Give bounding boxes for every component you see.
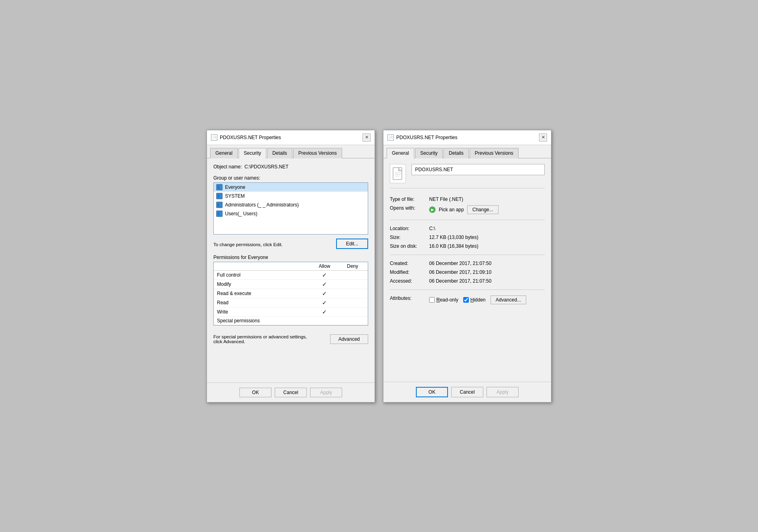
perm-col-allow: Allow	[308, 263, 340, 269]
app-icon: ▶	[429, 206, 436, 213]
user-icon-users: 👥	[216, 210, 223, 217]
file-info-section	[390, 164, 545, 188]
dialog-security: 📄 PDOXUSRS.NET Properties ✕ General Secu…	[207, 130, 375, 403]
file-name-input[interactable]	[411, 164, 545, 175]
perm-col-name	[217, 263, 308, 269]
apply-button-security[interactable]: Apply	[310, 388, 342, 397]
dialog-icon: 📄	[211, 134, 217, 141]
close-button[interactable]: ✕	[363, 134, 371, 142]
created-label: Created:	[390, 261, 426, 266]
title-bar-security: 📄 PDOXUSRS.NET Properties ✕	[207, 130, 375, 145]
attributes-row: Attributes: Read-only Hidden Advanced...	[390, 295, 545, 304]
permissions-label: Permissions for Everyone	[213, 255, 368, 260]
object-name-value: C:\PDOXUSRS.NET	[244, 164, 288, 170]
group-section: Group or user names: 👥 Everyone 👥 SYSTEM…	[213, 175, 368, 235]
user-icon-system: 👥	[216, 193, 223, 199]
modified-label: Modified:	[390, 269, 426, 275]
advanced-row: For special permissions or advanced sett…	[213, 332, 368, 344]
separator-1	[390, 220, 545, 220]
dialog-general: 📄 PDOXUSRS.NET Properties ✕ General Secu…	[383, 130, 551, 403]
ok-button-security[interactable]: OK	[239, 388, 272, 397]
apply-button-general[interactable]: Apply	[486, 387, 519, 397]
opens-label: Opens with:	[390, 205, 426, 211]
tab2-details[interactable]: Details	[444, 148, 469, 158]
cancel-button-general[interactable]: Cancel	[451, 387, 483, 397]
title-bar-left: 📄 PDOXUSRS.NET Properties	[211, 134, 281, 141]
title-bar-left-general: 📄 PDOXUSRS.NET Properties	[387, 134, 458, 141]
bottom-buttons-security: OK Cancel Apply	[207, 382, 375, 402]
perm-write: Write ✓	[214, 307, 368, 317]
perm-modify: Modify ✓	[214, 280, 368, 289]
readonly-checkbox-label[interactable]: Read-only	[429, 297, 458, 303]
close-button-2[interactable]: ✕	[539, 134, 547, 142]
hidden-checkbox-label[interactable]: Hidden	[463, 297, 486, 303]
attributes-label: Attributes:	[390, 295, 426, 301]
tab-security[interactable]: Security	[239, 148, 266, 158]
list-item-users[interactable]: 👥 Users(_ Users)	[214, 209, 368, 218]
location-label: Location:	[390, 226, 426, 231]
size-disk-value: 16.0 KB (16,384 bytes)	[429, 243, 545, 249]
readonly-checkbox[interactable]	[429, 297, 435, 303]
list-item-system[interactable]: 👥 SYSTEM	[214, 192, 368, 200]
tab-previous-versions[interactable]: Previous Versions	[293, 148, 342, 158]
dialog-title: PDOXUSRS.NET Properties	[220, 135, 281, 140]
opens-row: Opens with: ▶ Pick an app Change...	[390, 205, 545, 214]
perm-read: Read ✓	[214, 298, 368, 307]
size-disk-row: Size on disk: 16.0 KB (16,384 bytes)	[390, 243, 545, 249]
hidden-checkbox[interactable]	[463, 297, 469, 303]
ok-button-general[interactable]: OK	[416, 387, 448, 397]
accessed-row: Accessed: 06 December 2017, 21:07:50	[390, 278, 545, 284]
user-icon-admin: 👥	[216, 202, 223, 208]
perm-full-control: Full control ✓	[214, 271, 368, 280]
separator-3	[390, 289, 545, 290]
advanced-button[interactable]: Advanced	[330, 334, 368, 344]
list-item-administrators[interactable]: 👥 Administrators (_ _ Administrators)	[214, 200, 368, 209]
user-icon-everyone: 👥	[216, 184, 223, 190]
perm-special: Special permissions	[214, 317, 368, 325]
tab-general[interactable]: General	[210, 148, 238, 158]
permissions-hint: To change permissions, click Edit.	[213, 242, 283, 247]
bottom-buttons-general: OK Cancel Apply	[383, 382, 551, 402]
list-item-everyone[interactable]: 👥 Everyone	[214, 183, 368, 192]
security-content: Object name: C:\PDOXUSRS.NET Group or us…	[207, 158, 375, 382]
location-row: Location: C:\	[390, 226, 545, 231]
group-label: Group or user names:	[213, 175, 368, 181]
users-list[interactable]: 👥 Everyone 👥 SYSTEM 👥 Administrators (_ …	[213, 182, 368, 235]
general-content: Type of file: NET File (.NET) Opens with…	[383, 158, 551, 382]
hidden-label: Hidden	[470, 297, 486, 303]
size-disk-label: Size on disk:	[390, 243, 426, 249]
type-label: Type of file:	[390, 196, 426, 202]
change-button[interactable]: Change...	[467, 205, 499, 214]
object-name-label: Object name:	[213, 164, 242, 170]
perm-read-execute: Read & execute ✓	[214, 289, 368, 298]
advanced-button-general[interactable]: Advanced...	[490, 295, 526, 304]
perm-header: Allow Deny	[214, 262, 368, 271]
tab-bar: General Security Details Previous Versio…	[207, 145, 375, 158]
svg-rect-0	[393, 168, 402, 180]
readonly-label: Read-only	[436, 297, 458, 303]
edit-button[interactable]: Edit...	[336, 239, 368, 249]
user-name-admin: Administrators (_ _ Administrators)	[225, 202, 299, 208]
type-row: Type of file: NET File (.NET)	[390, 196, 545, 202]
cancel-button-security[interactable]: Cancel	[275, 388, 307, 397]
file-icon-large	[390, 164, 406, 183]
permissions-section: Permissions for Everyone Allow Deny Full…	[213, 255, 368, 326]
tab2-general[interactable]: General	[387, 148, 414, 158]
tab2-previous-versions[interactable]: Previous Versions	[470, 148, 519, 158]
perm-col-deny: Deny	[340, 263, 365, 269]
type-value: NET File (.NET)	[429, 196, 545, 202]
user-name-everyone: Everyone	[225, 184, 245, 190]
file-properties-grid: Type of file: NET File (.NET) Opens with…	[390, 196, 545, 304]
location-value: C:\	[429, 226, 545, 231]
title-bar-general: 📄 PDOXUSRS.NET Properties ✕	[383, 130, 551, 145]
special-note: For special permissions or advanced sett…	[213, 334, 307, 344]
edit-row: To change permissions, click Edit. Edit.…	[213, 239, 368, 249]
separator-2	[390, 255, 545, 255]
attributes-controls: Read-only Hidden Advanced...	[429, 295, 526, 304]
tab-bar-2: General Security Details Previous Versio…	[383, 145, 551, 158]
modified-row: Modified: 06 December 2017, 21:09:10	[390, 269, 545, 275]
tab-details[interactable]: Details	[267, 148, 292, 158]
tab2-security[interactable]: Security	[415, 148, 443, 158]
permissions-table: Allow Deny Full control ✓ Modify ✓ Read …	[213, 262, 368, 326]
object-name-row: Object name: C:\PDOXUSRS.NET	[213, 164, 368, 170]
